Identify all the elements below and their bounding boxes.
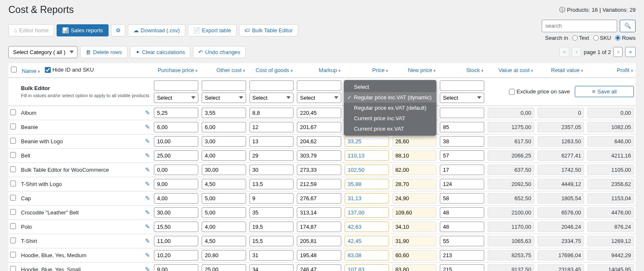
bulk-cog-input[interactable] <box>249 80 294 91</box>
stock-input[interactable] <box>440 136 484 147</box>
markup-input[interactable] <box>297 122 341 132</box>
row-checkbox[interactable] <box>10 109 16 115</box>
page-prev-button[interactable]: ‹ <box>572 47 581 57</box>
new-price-input[interactable] <box>392 250 437 261</box>
row-checkbox[interactable] <box>10 209 16 215</box>
other-cost-input[interactable] <box>202 108 246 118</box>
search-input[interactable] <box>542 20 617 32</box>
row-checkbox[interactable] <box>10 237 16 243</box>
purchase-price-input[interactable] <box>154 250 198 261</box>
new-price-input[interactable] <box>392 222 437 232</box>
page-last-button[interactable]: » <box>625 47 636 57</box>
hide-id-sku-checkbox[interactable] <box>45 67 51 73</box>
edit-icon[interactable]: ✎ <box>145 209 150 216</box>
row-checkbox[interactable] <box>10 152 16 158</box>
other-cost-input[interactable] <box>202 193 246 204</box>
other-cost-input[interactable] <box>202 165 246 175</box>
new-price-input[interactable] <box>392 207 437 218</box>
new-price-input[interactable] <box>392 236 437 246</box>
cost-of-goods-input[interactable] <box>249 207 294 218</box>
new-price-input[interactable] <box>392 150 437 161</box>
page-first-button[interactable]: « <box>559 47 570 57</box>
row-checkbox[interactable] <box>10 195 16 201</box>
bulk-other-input[interactable] <box>202 80 246 91</box>
cost-of-goods-input[interactable] <box>249 108 294 118</box>
stock-input[interactable] <box>440 207 484 218</box>
bulk-stock-select[interactable]: Select <box>440 93 484 103</box>
new-price-input[interactable] <box>392 136 437 147</box>
category-select[interactable]: Select Category ( all ) <box>8 46 78 59</box>
cost-of-goods-input[interactable] <box>249 150 294 161</box>
stock-input[interactable] <box>440 222 484 232</box>
undo-changes-button[interactable]: ↶Undo changes <box>193 46 246 59</box>
cost-of-goods-input[interactable] <box>249 236 294 246</box>
col-retail-value[interactable]: Retail value♦ <box>536 63 586 77</box>
stock-input[interactable] <box>440 150 484 161</box>
purchase-price-input[interactable] <box>154 179 198 189</box>
edit-icon[interactable]: ✎ <box>145 266 150 271</box>
purchase-price-input[interactable] <box>154 207 198 218</box>
price-input[interactable] <box>345 250 389 261</box>
save-all-button[interactable]: ≡Save all <box>575 86 634 97</box>
dropdown-item[interactable]: Select <box>344 82 436 92</box>
dropdown-item[interactable]: Regular price ex.VAT (default) <box>344 103 436 113</box>
price-input[interactable] <box>345 165 389 175</box>
stock-input[interactable] <box>440 264 484 271</box>
row-checkbox[interactable] <box>10 252 16 258</box>
stock-input[interactable] <box>440 108 484 118</box>
col-stock[interactable]: Stock♦ <box>438 63 486 77</box>
row-checkbox[interactable] <box>10 266 16 271</box>
cost-of-goods-input[interactable] <box>249 179 294 189</box>
edit-icon[interactable]: ✎ <box>145 237 150 244</box>
col-other-cost[interactable]: Other cost♦ <box>200 63 247 77</box>
price-input[interactable] <box>345 264 389 271</box>
markup-input[interactable] <box>297 207 341 218</box>
download-csv-button[interactable]: ☁Download (.csv) <box>128 24 185 37</box>
col-purchase-price[interactable]: Purchase price♦ <box>152 63 200 77</box>
col-new-price[interactable]: New price♦ <box>391 63 439 77</box>
page-next-button[interactable]: › <box>613 47 623 57</box>
purchase-price-input[interactable] <box>154 136 198 147</box>
markup-input[interactable] <box>297 236 341 246</box>
markup-input[interactable] <box>297 150 341 161</box>
cost-of-goods-input[interactable] <box>249 122 294 132</box>
editor-home-button[interactable]: ⌂Editor home <box>8 24 54 37</box>
col-cost-of-goods[interactable]: Cost of goods♦ <box>248 63 296 77</box>
price-input[interactable] <box>345 193 389 204</box>
price-input[interactable] <box>345 207 389 218</box>
delete-rows-button[interactable]: 🗑Delete rows <box>80 46 127 59</box>
purchase-price-input[interactable] <box>154 236 198 246</box>
col-profit[interactable]: Profit♦ <box>586 63 636 77</box>
col-value-at-cost[interactable]: Value at cost♦ <box>486 63 536 77</box>
price-type-dropdown[interactable]: SelectRegular price inc.VAT (dynamic)Reg… <box>344 80 436 136</box>
export-table-button[interactable]: 📄Export table <box>188 24 236 37</box>
edit-icon[interactable]: ✎ <box>145 138 150 145</box>
purchase-price-input[interactable] <box>154 222 198 232</box>
search-button[interactable]: 🔍 <box>620 20 636 32</box>
markup-input[interactable] <box>297 222 341 232</box>
edit-icon[interactable]: ✎ <box>145 252 150 258</box>
markup-input[interactable] <box>297 250 341 261</box>
price-input[interactable] <box>345 236 389 246</box>
edit-icon[interactable]: ✎ <box>145 223 150 230</box>
other-cost-input[interactable] <box>202 222 246 232</box>
price-input[interactable] <box>345 150 389 161</box>
other-cost-input[interactable] <box>202 236 246 246</box>
purchase-price-input[interactable] <box>154 264 198 271</box>
purchase-price-input[interactable] <box>154 165 198 175</box>
purchase-price-input[interactable] <box>154 150 198 161</box>
edit-icon[interactable]: ✎ <box>145 152 150 159</box>
cost-of-goods-input[interactable] <box>249 264 294 271</box>
col-price[interactable]: Price♦ <box>343 63 391 77</box>
cost-of-goods-input[interactable] <box>249 193 294 204</box>
select-all-checkbox[interactable] <box>11 67 17 72</box>
bulk-markup-select[interactable]: Select <box>297 93 341 103</box>
new-price-input[interactable] <box>392 179 437 189</box>
stock-input[interactable] <box>440 236 484 246</box>
markup-input[interactable] <box>297 165 341 175</box>
new-price-input[interactable] <box>392 165 437 175</box>
edit-icon[interactable]: ✎ <box>145 109 150 116</box>
col-name[interactable]: Name♦ <box>22 68 40 74</box>
stock-input[interactable] <box>440 165 484 175</box>
other-cost-input[interactable] <box>202 179 246 189</box>
